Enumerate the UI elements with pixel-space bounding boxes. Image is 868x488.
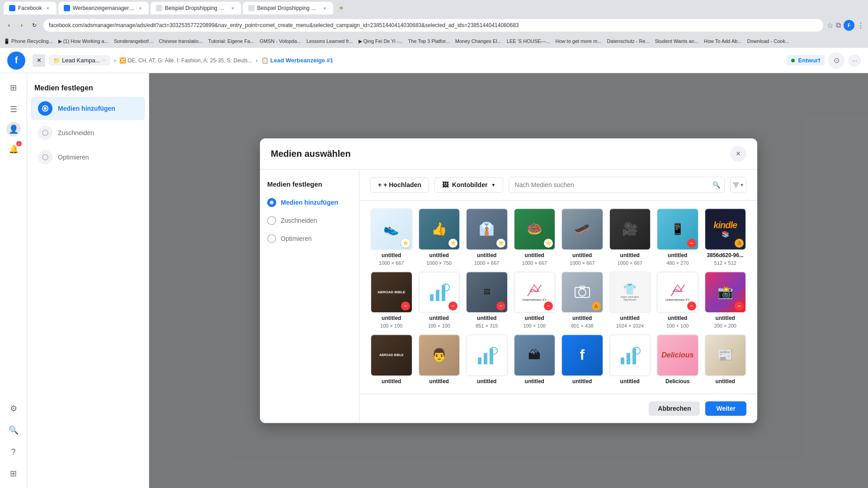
media-item-handshake[interactable]: 👍 ⭐ untitled 1000 × 750 <box>418 208 461 266</box>
media-item-chart4[interactable]: untitled <box>466 334 508 386</box>
search-input-wrap: 🔍 <box>509 177 725 193</box>
tab-close-dropshipping2[interactable]: × <box>322 5 328 11</box>
upload-button[interactable]: + + Hochladen <box>370 177 429 192</box>
star-badge: ⭐ <box>448 239 458 248</box>
url-input[interactable]: facebook.com/adsmanager/manage/ads/edit?… <box>43 19 823 32</box>
tab-close-facebook[interactable]: × <box>45 5 51 11</box>
bookmark-download[interactable]: Download - Cook... <box>747 38 790 44</box>
nav-settings-icon[interactable]: ⚙ <box>5 399 23 418</box>
media-item-chart3[interactable]: Unternehmen XY − untitled 100 × 100 <box>656 271 699 329</box>
media-size: 1000 × 667 <box>522 260 547 266</box>
tab-dropshipping2[interactable]: Beispiel Dropshipping Store × <box>243 2 333 14</box>
media-item-abroad3[interactable]: ABROAD BIBLE untitled <box>370 334 413 386</box>
modal-header: Medien auswählen × <box>260 138 757 169</box>
bookmark-qing[interactable]: ▶ Qing Fei De Yi -... <box>359 38 403 44</box>
next-button[interactable]: Weiter <box>705 401 746 416</box>
bookmark-tutorial[interactable]: Tutorial: Eigene Fa... <box>208 38 255 44</box>
media-item-tshirt[interactable]: 👕 Dann wird demTag besser untitled 1024 … <box>609 271 651 329</box>
extensions-icon[interactable]: ⧉ <box>836 21 841 29</box>
new-tab-button[interactable]: + <box>335 2 348 14</box>
bookmark-lessons[interactable]: Lessons Learned fr... <box>307 38 353 44</box>
sidebar-label-medien: Medien hinzufügen <box>58 105 115 112</box>
bookmark-howtoadd[interactable]: How To Add Ab... <box>704 38 742 44</box>
filter-button[interactable]: ▼ <box>730 177 746 193</box>
sidebar-item-medien-hinzufuegen[interactable]: Medien hinzufügen <box>31 97 145 120</box>
warning-badge: ⚠ <box>735 239 744 248</box>
media-item-kindle[interactable]: kindle 📚 ⚠ 3856d620-96... 512 × 512 <box>704 208 747 266</box>
toggle-switch[interactable]: ⊙ <box>828 52 844 69</box>
media-thumb-chart5 <box>609 334 651 376</box>
nav-home-icon[interactable]: ⊞ <box>5 79 23 97</box>
media-item-facebook[interactable]: f untitled <box>561 334 604 386</box>
nav-data-icon[interactable]: ⊞ <box>5 465 23 483</box>
sidebar-item-zuschneiden[interactable]: Zuschneiden <box>31 121 145 145</box>
sidebar-item-optimieren[interactable]: Optimieren <box>31 145 145 169</box>
media-item-meeting[interactable]: 👔 ⭐ untitled 1000 × 667 <box>466 208 508 266</box>
media-item-book[interactable]: 📰 untitled <box>704 334 747 386</box>
forward-button[interactable]: › <box>16 20 27 31</box>
reload-button[interactable]: ↻ <box>29 20 40 31</box>
media-item-delicious[interactable]: Delicious Delicious <box>656 334 699 386</box>
bookmark-star-icon[interactable]: ☆ <box>827 21 833 30</box>
bookmark-money[interactable]: Money Changes El... <box>455 38 501 44</box>
bookmark-lee[interactable]: LEE 'S HOUSE—... <box>507 38 550 44</box>
media-item-robot[interactable]: 📱 − untitled 480 × 270 <box>656 208 699 266</box>
modal-close-button[interactable]: × <box>730 145 746 162</box>
media-thumb-person: 👨 <box>418 334 461 376</box>
media-name: untitled <box>668 315 687 321</box>
media-item-camera-person[interactable]: 🎥 untitled 1000 × 667 <box>609 208 651 266</box>
lead-kampagne-item[interactable]: 📁 Lead Kampa... ··· <box>49 55 110 66</box>
tab-facebook[interactable]: Facebook × <box>4 2 57 14</box>
nav-help-icon[interactable]: ? <box>5 443 23 461</box>
nav-search-icon[interactable]: 🔍 <box>5 421 23 439</box>
back-button[interactable]: ‹ <box>4 20 14 31</box>
nav-menu-icon[interactable]: ☰ <box>5 100 23 118</box>
remove-badge: − <box>735 301 744 310</box>
bookmark-gmsn[interactable]: GMSN - Volopda... <box>259 38 301 44</box>
media-item-donuts[interactable]: 🍩 ⭐ untitled 1000 × 667 <box>514 208 556 266</box>
bookmark-more[interactable]: How to get more m... <box>556 38 602 44</box>
nav-avatar-icon[interactable]: 👤 <box>6 122 21 136</box>
sidebar-icon-zuschneiden <box>38 126 52 140</box>
svg-rect-7 <box>430 295 434 301</box>
media-item-camera-grey[interactable]: ⚠ untitled 601 × 438 <box>561 271 604 329</box>
bookmark-sonderangebot[interactable]: Sonderangebot!... <box>114 38 153 44</box>
tab-werbeanzeige[interactable]: Werbeanzeigemanager - W... × <box>58 2 149 14</box>
media-item-abroad2[interactable]: 🖼 − untitled 851 × 315 <box>466 271 508 329</box>
media-item-instagram[interactable]: 📸 − untitled 200 × 200 <box>704 271 747 329</box>
step-medien-hinzufuegen[interactable]: Medien hinzufügen <box>260 193 359 211</box>
media-item-chart5[interactable]: untitled <box>609 334 651 386</box>
tab-close-dropshipping1[interactable]: × <box>230 5 236 11</box>
bookmark-top3[interactable]: The Top 3 Platfor... <box>408 38 450 44</box>
bookmark-how-working[interactable]: ▶ (1) How Working a... <box>58 38 108 44</box>
menu-dots-icon[interactable]: ⋮ <box>857 21 864 30</box>
bookmark-phone-recycling[interactable]: 📱 Phone Recycling... <box>4 38 53 44</box>
tab-close-werbeanzeige[interactable]: × <box>137 5 143 11</box>
bookmark-datenschutz[interactable]: Datenschutz - Re... <box>607 38 650 44</box>
more-options-icon[interactable]: ··· <box>848 54 861 67</box>
bookmark-student[interactable]: Student Wants an... <box>655 38 698 44</box>
nav-notifications-icon[interactable]: 🔔 2 <box>5 140 23 158</box>
media-item-chart1[interactable]: − untitled 100 × 100 <box>418 271 461 329</box>
media-item-shoe[interactable]: 👟 ⭐ untitled 1000 × 667 <box>370 208 413 266</box>
remove-badge: − <box>496 301 505 310</box>
bookmark-chinese[interactable]: Chinese translatio... <box>159 38 203 44</box>
media-item-longboard[interactable]: 🛹 untitled 1000 × 667 <box>561 208 604 266</box>
step-zuschneiden[interactable]: Zuschneiden <box>260 211 359 230</box>
sidebar-title: Medien festlegen <box>27 80 149 96</box>
kontobilder-button[interactable]: 🖼 Kontobilder ▼ <box>434 177 503 192</box>
media-item-abroad1[interactable]: ABROAD BIBLE − untitled 100 × 100 <box>370 271 413 329</box>
profile-avatar[interactable]: F <box>844 20 854 31</box>
cancel-button[interactable]: Abbrechen <box>649 401 700 416</box>
step-optimieren[interactable]: Optimieren <box>260 230 359 248</box>
media-thumb-abroad2: 🖼 − <box>466 271 508 314</box>
tab-dropshipping1[interactable]: Beispiel Dropshipping Store... × <box>151 2 241 14</box>
search-media-input[interactable] <box>509 177 725 193</box>
media-name: untitled <box>429 378 449 385</box>
media-thumb-chart1: − <box>418 271 461 314</box>
modal-title: Medien auswählen <box>271 149 351 159</box>
media-item-person[interactable]: 👨 untitled <box>418 334 461 386</box>
media-item-chart2[interactable]: Unternehmen XY − untitled 100 × 100 <box>514 271 556 329</box>
media-item-mountain[interactable]: 🏔 untitled <box>514 334 556 386</box>
close-icon[interactable]: ✕ <box>33 54 45 67</box>
